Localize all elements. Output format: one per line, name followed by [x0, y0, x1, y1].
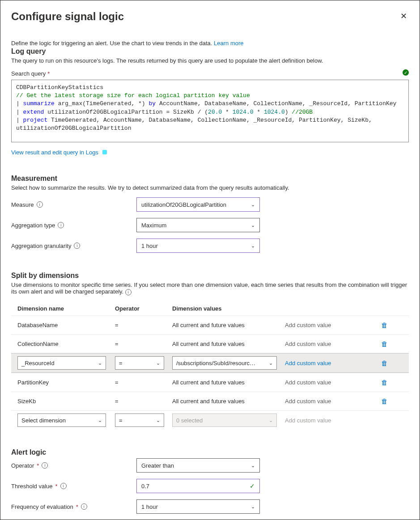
dimensions-title: Split by dimensions — [11, 272, 409, 280]
table-row-new: Select dimension ⌄ = ⌄ 0 selected ⌄ Add … — [11, 410, 409, 430]
dimension-name-select[interactable]: _ResourceId ⌄ — [17, 356, 106, 370]
delete-icon[interactable]: 🗑 — [381, 359, 388, 367]
dimensions-table: Dimension name Operator Dimension values… — [11, 302, 409, 430]
aggregation-granularity-label: Aggregation granularity i — [11, 243, 136, 249]
table-row: CollectionName = All current and future … — [11, 334, 409, 353]
add-custom-value-link[interactable]: Add custom value — [285, 379, 331, 386]
dimension-values-select[interactable]: /subscriptions/SubId/resourc… ⌄ — [172, 356, 277, 370]
table-header: Dimension name Operator Dimension values — [11, 302, 409, 315]
threshold-label: Threshold value * i — [11, 483, 136, 490]
dimension-values-select: 0 selected ⌄ — [172, 413, 277, 427]
chevron-down-icon: ⌄ — [251, 463, 255, 469]
info-icon[interactable]: i — [60, 483, 67, 489]
operator-label: Operator * i — [11, 462, 136, 469]
view-in-logs-link[interactable]: View result and edit query in Logs — [11, 149, 108, 156]
intro-text: Define the logic for triggering an alert… — [11, 40, 409, 47]
info-icon[interactable]: i — [81, 503, 87, 510]
add-custom-value-link[interactable]: Add custom value — [285, 360, 331, 367]
log-query-title: Log query — [11, 47, 409, 55]
add-custom-value-link[interactable]: Add custom value — [285, 322, 331, 328]
info-icon[interactable]: i — [37, 201, 43, 208]
delete-icon[interactable]: 🗑 — [381, 321, 388, 329]
chevron-down-icon: ⌄ — [251, 504, 255, 510]
page-title: Configure signal logic — [11, 10, 124, 23]
info-icon[interactable]: i — [58, 222, 64, 228]
dimension-name: CollectionName — [17, 341, 115, 347]
table-row: DatabaseName = All current and future va… — [11, 315, 409, 334]
validation-check-icon: ✓ — [403, 69, 409, 76]
info-icon[interactable]: i — [74, 243, 80, 249]
info-icon[interactable]: i — [42, 462, 48, 469]
delete-icon[interactable]: 🗑 — [381, 340, 388, 348]
alert-logic-title: Alert logic — [11, 448, 409, 456]
measurement-desc: Select how to summarize the results. We … — [11, 184, 409, 191]
close-icon[interactable]: ✕ — [399, 10, 409, 22]
logs-icon — [101, 149, 108, 156]
table-row: PartitionKey = All current and future va… — [11, 373, 409, 392]
chevron-down-icon: ⌄ — [98, 418, 102, 423]
aggregation-type-label: Aggregation type i — [11, 222, 136, 229]
threshold-input[interactable]: 0.7 ✓ — [136, 479, 260, 493]
chevron-down-icon: ⌄ — [251, 222, 255, 228]
chevron-down-icon: ⌄ — [98, 360, 102, 366]
dimension-values: All current and future values — [172, 341, 285, 347]
search-query-input[interactable]: CDBPartitionKeyStatistics // Get the lat… — [11, 80, 409, 142]
frequency-select[interactable]: 1 hour ⌄ — [136, 499, 260, 514]
learn-more-link[interactable]: Learn more — [214, 40, 243, 47]
aggregation-granularity-select[interactable]: 1 hour ⌄ — [136, 239, 260, 253]
table-row: _ResourceId ⌄ = ⌄ /subscriptions/SubId/r… — [11, 353, 409, 373]
aggregation-type-select[interactable]: Maximum ⌄ — [136, 218, 260, 232]
chevron-down-icon: ⌄ — [251, 243, 255, 249]
dimension-operator-select[interactable]: = ⌄ — [115, 413, 164, 427]
table-row: SizeKb = All current and future values A… — [11, 392, 409, 410]
dimension-name: DatabaseName — [17, 322, 115, 328]
chevron-down-icon: ⌄ — [269, 418, 273, 423]
search-query-label: Search query * — [11, 70, 409, 77]
chevron-down-icon: ⌄ — [156, 360, 160, 366]
delete-icon[interactable]: 🗑 — [381, 397, 388, 405]
chevron-down-icon: ⌄ — [156, 418, 160, 423]
add-custom-value-link[interactable]: Add custom value — [285, 398, 331, 405]
frequency-label: Frequency of evaluation * i — [11, 503, 136, 510]
required-asterisk: * — [47, 70, 50, 77]
measurement-title: Measurement — [11, 175, 409, 183]
dimension-operator: = — [115, 341, 172, 347]
dimension-name-select[interactable]: Select dimension ⌄ — [17, 413, 106, 427]
dimension-name: SizeKb — [17, 398, 115, 405]
chevron-down-icon: ⌄ — [269, 360, 273, 366]
dimension-values: All current and future values — [172, 379, 285, 386]
dimension-name: PartitionKey — [17, 379, 115, 386]
dimension-values: All current and future values — [172, 398, 285, 405]
add-custom-value-link: Add custom value — [285, 417, 331, 424]
dimension-operator: = — [115, 379, 172, 386]
delete-icon[interactable]: 🗑 — [381, 379, 388, 386]
dimension-operator: = — [115, 322, 172, 328]
dimension-values: All current and future values — [172, 322, 285, 328]
dimensions-desc: Use dimensions to monitor specific time … — [11, 281, 409, 295]
log-query-desc: The query to run on this resource's logs… — [11, 57, 409, 64]
dimension-operator: = — [115, 398, 172, 405]
checkmark-icon: ✓ — [250, 482, 255, 490]
chevron-down-icon: ⌄ — [251, 202, 255, 208]
operator-select[interactable]: Greater than ⌄ — [136, 458, 260, 473]
add-custom-value-link[interactable]: Add custom value — [285, 341, 331, 347]
measure-select[interactable]: utilizationOf20GBLogicalPartition ⌄ — [136, 197, 260, 212]
dimension-operator-select[interactable]: = ⌄ — [115, 356, 164, 370]
measure-label: Measure i — [11, 201, 136, 208]
info-icon[interactable]: i — [125, 289, 132, 295]
